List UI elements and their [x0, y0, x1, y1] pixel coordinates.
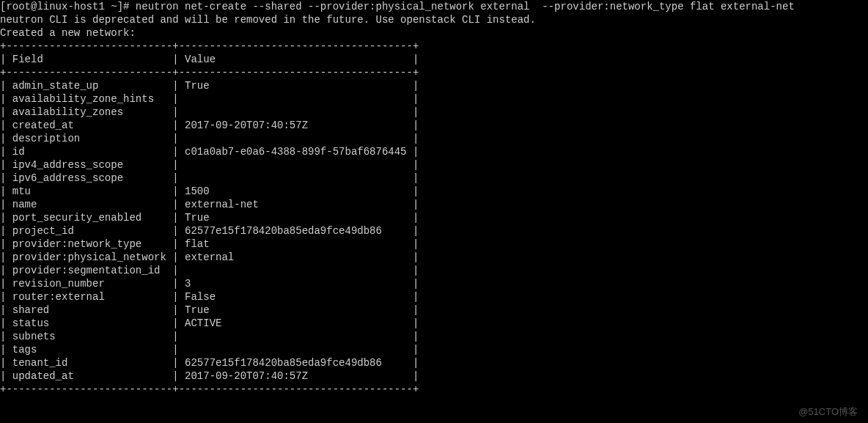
terminal-output[interactable]: [root@linux-host1 ~]# neutron net-create…: [0, 0, 868, 396]
watermark-label: @51CTO博客: [798, 405, 858, 419]
